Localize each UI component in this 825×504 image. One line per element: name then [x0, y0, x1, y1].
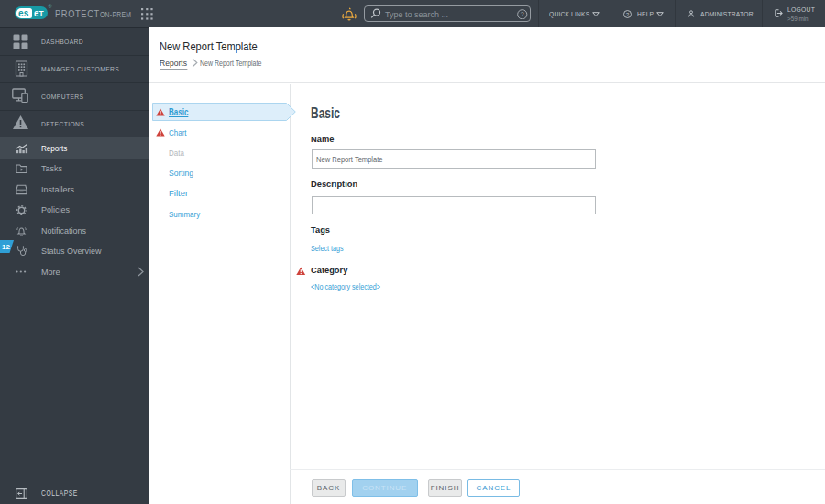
svg-text:?: ? [626, 12, 629, 17]
svg-text:?: ? [521, 11, 524, 18]
